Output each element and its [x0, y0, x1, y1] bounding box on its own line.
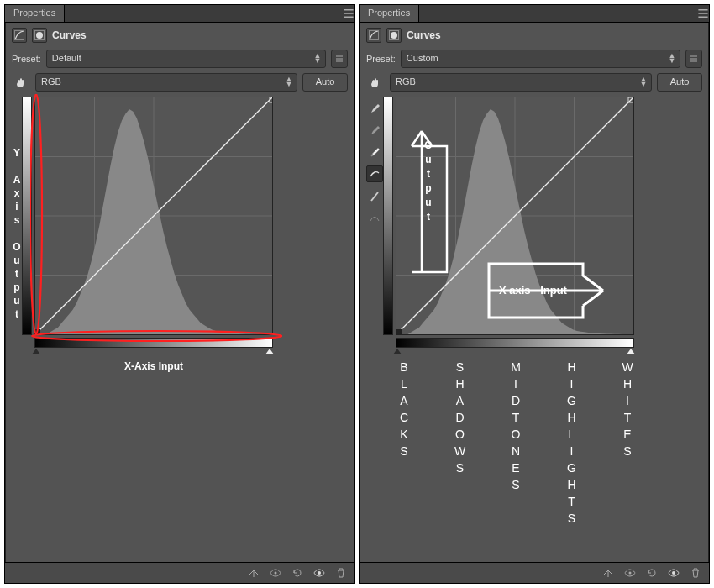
svg-rect-17	[370, 31, 379, 40]
svg-point-1	[36, 32, 43, 39]
adjustment-title-row: Curves	[5, 23, 354, 50]
chevron-updown-icon: ▲▼	[639, 76, 648, 87]
edit-points-icon[interactable]	[366, 165, 383, 182]
curves-canvas[interactable]	[34, 97, 273, 335]
view-previous-icon[interactable]	[269, 566, 282, 580]
auto-button[interactable]: Auto	[657, 73, 702, 92]
visibility-icon[interactable]	[667, 566, 680, 580]
adjustment-layer-icon[interactable]	[366, 28, 381, 43]
visibility-icon[interactable]	[312, 566, 326, 580]
svg-rect-0	[15, 31, 24, 40]
adjustment-title-row: Curves	[360, 23, 709, 50]
eyedropper-white-icon[interactable]	[367, 144, 382, 159]
svg-point-31	[672, 571, 675, 575]
panel-footer	[5, 562, 354, 583]
on-image-adjust-icon[interactable]	[12, 74, 30, 91]
svg-point-15	[275, 572, 277, 575]
channel-select[interactable]: RGB ▲▼	[35, 73, 297, 92]
eyedropper-black-icon[interactable]	[367, 100, 382, 115]
eyedropper-gray-icon[interactable]	[367, 122, 382, 137]
clip-to-layer-icon[interactable]	[601, 566, 615, 580]
svg-point-18	[391, 32, 397, 39]
clip-to-layer-icon[interactable]	[247, 566, 260, 580]
channel-row: RGB ▲▼ Auto	[360, 73, 709, 97]
panel-menu-icon[interactable]	[697, 5, 709, 22]
input-arrow-label: X axis - Input	[499, 284, 567, 297]
input-slider[interactable]	[34, 349, 271, 355]
reset-icon[interactable]	[291, 566, 304, 580]
tonal-range-labels: BLACKS SHADOWS MIDTONES HIGHLIGHTS WHITE…	[396, 360, 636, 528]
adjustment-title: Curves	[52, 29, 87, 41]
auto-button[interactable]: Auto	[302, 73, 348, 92]
panel-tab-bar: Properties	[5, 5, 354, 23]
tab-properties[interactable]: Properties	[5, 5, 65, 22]
tab-properties[interactable]: Properties	[360, 5, 419, 22]
properties-panel-right: Properties Curves Preset: Custom ▲▼	[359, 4, 710, 584]
sampler-toolstrip	[366, 97, 383, 528]
chevron-updown-icon: ▲▼	[313, 53, 322, 63]
input-slider[interactable]	[396, 349, 633, 355]
output-arrow-label: Output	[423, 139, 434, 225]
adjustment-layer-icon[interactable]	[12, 28, 27, 43]
preset-select[interactable]: Default ▲▼	[46, 50, 326, 68]
svg-rect-11	[35, 329, 40, 334]
tonal-label-midtones: MIDTONES	[509, 360, 522, 528]
panel-footer	[360, 562, 709, 583]
preset-row: Preset: Custom ▲▼	[360, 50, 709, 73]
tonal-label-blacks: BLACKS	[397, 360, 411, 528]
chevron-updown-icon: ▲▼	[668, 53, 676, 63]
svg-rect-28	[396, 329, 402, 334]
preset-menu-button[interactable]	[331, 50, 348, 68]
view-previous-icon[interactable]	[623, 566, 637, 580]
layer-mask-icon[interactable]	[32, 28, 47, 43]
preset-select[interactable]: Custom ▲▼	[401, 50, 680, 68]
reset-icon[interactable]	[645, 566, 659, 580]
panel-menu-icon[interactable]	[343, 5, 354, 22]
curves-graph-area: Output X axis - Input BLACKS SHADOWS MID…	[360, 97, 709, 528]
draw-curve-icon[interactable]	[367, 189, 382, 204]
input-gradient	[396, 338, 634, 348]
preset-label: Preset:	[366, 54, 396, 64]
properties-panel-left: Properties Curves Preset: Default ▲▼	[4, 4, 355, 584]
output-gradient	[22, 97, 32, 335]
preset-row: Preset: Default ▲▼	[5, 50, 354, 73]
tonal-label-shadows: SHADOWS	[454, 360, 467, 528]
input-gradient	[34, 338, 273, 348]
preset-label: Preset:	[12, 54, 41, 64]
svg-point-16	[318, 571, 321, 575]
curves-canvas[interactable]: Output X axis - Input	[396, 97, 634, 335]
y-axis-label: Y Axis Output	[12, 97, 22, 372]
channel-select[interactable]: RGB ▲▼	[390, 73, 652, 92]
adjustment-title: Curves	[407, 29, 441, 41]
trash-icon[interactable]	[689, 566, 702, 580]
svg-point-30	[629, 572, 632, 575]
layer-mask-icon[interactable]	[386, 28, 402, 43]
x-axis-label: X-Axis Input	[34, 360, 273, 372]
channel-row: RGB ▲▼ Auto	[5, 73, 354, 97]
preset-menu-button[interactable]	[685, 50, 702, 68]
on-image-adjust-icon[interactable]	[366, 74, 385, 91]
tonal-label-highlights: HIGHLIGHTS	[565, 360, 579, 528]
tonal-label-whites: WHITES	[621, 360, 634, 528]
output-gradient	[383, 97, 393, 335]
smooth-curve-icon[interactable]	[367, 211, 382, 226]
chevron-updown-icon: ▲▼	[285, 76, 293, 87]
curves-graph-area: Y Axis Output	[5, 97, 354, 372]
panel-tab-bar: Properties	[360, 5, 709, 23]
trash-icon[interactable]	[334, 566, 348, 580]
